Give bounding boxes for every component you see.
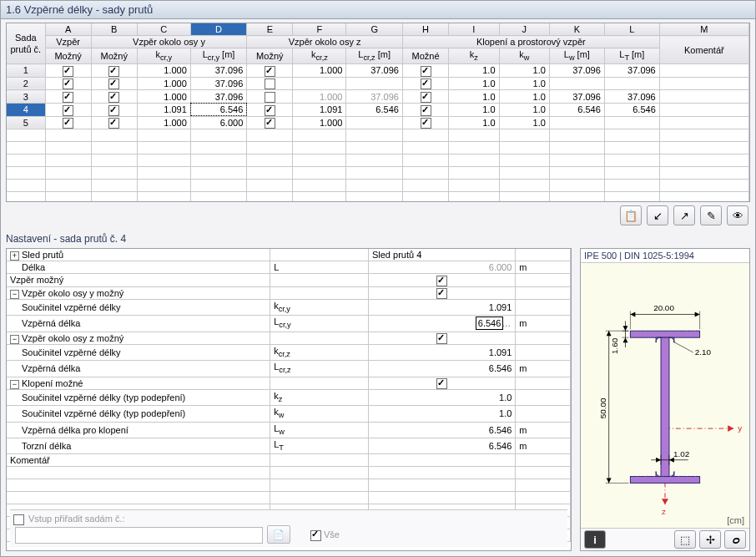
prop-value[interactable]: 6.546 [368, 438, 515, 453]
col-K[interactable]: K [549, 23, 604, 36]
cell[interactable]: 6.546 [604, 103, 659, 116]
col-J[interactable]: J [499, 23, 549, 36]
assign-checkbox[interactable] [13, 514, 24, 525]
col-D[interactable]: D [190, 23, 246, 36]
cell[interactable]: 37.096 [190, 90, 246, 104]
col-B[interactable]: B [91, 23, 137, 36]
cell[interactable]: 1.0 [499, 116, 549, 129]
cell[interactable] [45, 103, 91, 116]
cell[interactable] [402, 103, 448, 116]
cell[interactable]: 1.000 [293, 90, 346, 104]
tree-toggle[interactable]: − [10, 380, 19, 389]
checkbox[interactable] [436, 288, 447, 299]
prop-value[interactable]: 1.0 [368, 406, 515, 422]
prop-value[interactable]: 6.546… [368, 316, 515, 332]
cell[interactable] [402, 116, 448, 129]
cell[interactable] [91, 77, 137, 90]
cell[interactable]: 6.546 [549, 103, 604, 116]
cell[interactable] [604, 116, 659, 129]
tree-toggle[interactable]: − [10, 290, 19, 299]
cell[interactable]: 37.096 [604, 90, 659, 104]
cell[interactable]: 1.0 [449, 64, 499, 78]
cell[interactable] [247, 103, 293, 116]
cell[interactable]: 37.096 [549, 64, 604, 78]
prop-value[interactable]: 6.546 [368, 361, 515, 377]
info-button[interactable]: i [584, 530, 606, 549]
row-header[interactable]: 4 [7, 103, 45, 116]
cell[interactable]: 1.0 [449, 116, 499, 129]
checkbox[interactable] [421, 66, 431, 77]
checkbox[interactable] [421, 105, 431, 116]
checkbox[interactable] [265, 92, 275, 103]
cell[interactable] [293, 77, 346, 90]
cell[interactable]: 37.096 [346, 90, 402, 104]
cell[interactable]: 1.000 [137, 64, 190, 78]
cell[interactable]: 37.096 [190, 77, 246, 90]
col-M[interactable]: M [659, 23, 748, 36]
prop-value[interactable]: 1.0 [368, 390, 515, 406]
checkbox[interactable] [63, 66, 73, 77]
cell[interactable]: 1.0 [449, 90, 499, 104]
cell[interactable]: 1.0 [499, 103, 549, 116]
import-button[interactable]: ↙ [647, 205, 668, 225]
cell[interactable] [402, 77, 448, 90]
prop-value[interactable] [368, 274, 515, 287]
col-L[interactable]: L [604, 23, 659, 36]
cell[interactable] [659, 116, 748, 129]
cell[interactable]: 37.096 [549, 90, 604, 104]
units-button[interactable]: 📋 [620, 205, 642, 225]
checkbox[interactable] [63, 105, 73, 116]
cell[interactable]: 1.0 [449, 103, 499, 116]
checkbox[interactable] [108, 105, 119, 116]
cell[interactable] [604, 77, 659, 90]
checkbox[interactable] [108, 78, 119, 89]
col-F[interactable]: F [293, 23, 346, 36]
col-A[interactable]: A [45, 23, 91, 36]
cell[interactable]: 6.546 [190, 103, 246, 116]
property-panel[interactable]: +Sled prutůSled prutů 4DélkaL6.000mVzpěr… [6, 248, 572, 551]
row-header[interactable]: 1 [7, 64, 45, 78]
prop-value[interactable]: 1.091 [368, 300, 515, 316]
checkbox[interactable] [436, 378, 447, 389]
cell[interactable] [91, 103, 137, 116]
checkbox[interactable] [421, 78, 431, 89]
cell[interactable]: 1.0 [499, 90, 549, 104]
row-header[interactable]: 5 [7, 116, 45, 129]
row-header[interactable]: 2 [7, 77, 45, 90]
cell[interactable] [346, 116, 402, 129]
cell[interactable] [659, 103, 748, 116]
col-E[interactable]: E [247, 23, 293, 36]
cell[interactable] [45, 90, 91, 104]
checkbox[interactable] [108, 66, 119, 77]
prop-value[interactable] [368, 332, 515, 345]
checkbox[interactable] [63, 92, 73, 103]
cell[interactable] [659, 90, 748, 104]
cell[interactable]: 1.091 [293, 103, 346, 116]
view-dim-button[interactable]: ᴑ [724, 530, 746, 549]
cell[interactable]: 1.0 [499, 64, 549, 78]
cell[interactable] [402, 90, 448, 104]
col-G[interactable]: G [346, 23, 402, 36]
cell[interactable] [45, 64, 91, 78]
cell[interactable]: 1.000 [137, 90, 190, 104]
tree-toggle[interactable]: − [10, 335, 19, 344]
col-H[interactable]: H [402, 23, 448, 36]
cell[interactable]: 1.000 [137, 77, 190, 90]
prop-value[interactable] [368, 377, 515, 390]
checkbox[interactable] [63, 118, 73, 129]
export-button[interactable]: ↗ [673, 205, 695, 225]
checkbox[interactable] [421, 118, 431, 129]
checkbox[interactable] [436, 276, 447, 286]
cell[interactable]: 1.091 [137, 103, 190, 116]
pick-button[interactable]: ✎ [700, 205, 722, 225]
cell[interactable]: 6.546 [346, 103, 402, 116]
checkbox[interactable] [265, 66, 275, 77]
checkbox[interactable] [63, 78, 73, 89]
cell[interactable]: 37.096 [604, 64, 659, 78]
cell[interactable] [91, 64, 137, 78]
cell[interactable] [549, 116, 604, 129]
cell[interactable] [402, 64, 448, 78]
cell[interactable]: 1.000 [137, 116, 190, 129]
cell[interactable] [91, 90, 137, 104]
checkbox[interactable] [108, 118, 119, 129]
